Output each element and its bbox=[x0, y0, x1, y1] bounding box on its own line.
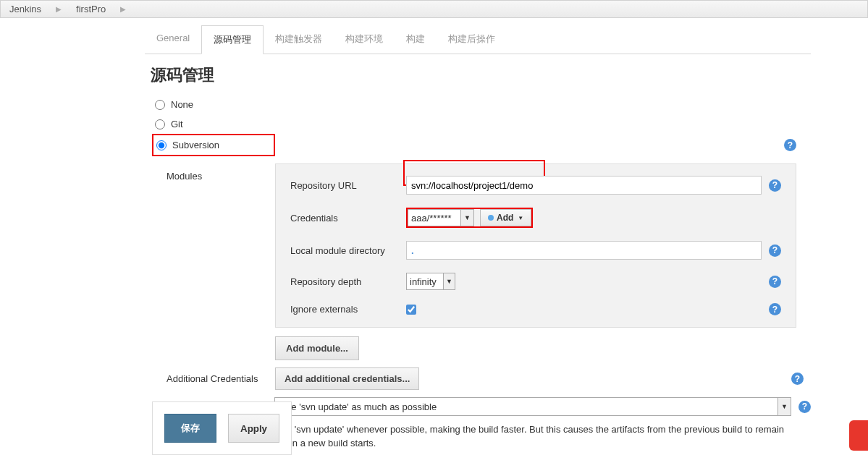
breadcrumb-root[interactable]: Jenkins bbox=[9, 4, 41, 14]
tab-build[interactable]: 构建 bbox=[395, 25, 437, 54]
key-icon bbox=[488, 215, 494, 221]
help-icon[interactable]: ? bbox=[769, 276, 781, 288]
chevron-right-icon: ▶ bbox=[56, 5, 62, 13]
strategy-description: Use 'svn update' whenever possible, maki… bbox=[275, 423, 792, 451]
help-icon[interactable]: ? bbox=[769, 303, 781, 315]
tab-env[interactable]: 构建环境 bbox=[334, 25, 395, 54]
add-additional-credentials-button[interactable]: Add additional credentials... bbox=[275, 367, 419, 390]
chevron-down-icon[interactable]: ▼ bbox=[778, 398, 791, 415]
scm-label-none: None bbox=[171, 99, 193, 110]
depth-value: infinity bbox=[410, 276, 437, 287]
tab-general[interactable]: General bbox=[145, 25, 201, 54]
apply-button[interactable]: Apply bbox=[228, 414, 279, 443]
strategy-value: Use 'svn update' as much as possible bbox=[279, 401, 437, 412]
chevron-down-icon[interactable]: ▼ bbox=[443, 273, 455, 289]
help-icon[interactable]: ? bbox=[784, 139, 796, 151]
ignore-externals-checkbox[interactable] bbox=[406, 305, 416, 315]
chevron-down-icon: ▼ bbox=[518, 215, 523, 221]
section-title: 源码管理 bbox=[151, 64, 811, 86]
modules-header: Modules bbox=[167, 171, 202, 182]
credentials-label: Credentials bbox=[290, 213, 406, 224]
add-module-button[interactable]: Add module... bbox=[275, 336, 359, 360]
scm-label-git: Git bbox=[171, 119, 183, 129]
scm-radio-none[interactable] bbox=[155, 100, 165, 110]
local-dir-input[interactable] bbox=[406, 241, 762, 260]
breadcrumb-project[interactable]: firstPro bbox=[76, 4, 106, 14]
tab-scm[interactable]: 源码管理 bbox=[201, 25, 264, 54]
scm-radio-git[interactable] bbox=[155, 119, 165, 129]
scm-option-none[interactable]: None bbox=[152, 95, 804, 114]
add-credentials-button[interactable]: Add ▼ bbox=[480, 209, 531, 226]
scm-option-git[interactable]: Git bbox=[152, 114, 804, 134]
help-icon[interactable]: ? bbox=[799, 401, 811, 413]
ignore-externals-label: Ignore externals bbox=[290, 304, 406, 315]
save-button[interactable]: 保存 bbox=[164, 414, 216, 443]
local-dir-label: Local module directory bbox=[290, 245, 406, 256]
tab-post[interactable]: 构建后操作 bbox=[437, 25, 507, 54]
chevron-down-icon[interactable]: ▼ bbox=[460, 210, 473, 226]
scm-label-subversion: Subversion bbox=[172, 140, 219, 150]
help-icon[interactable]: ? bbox=[769, 244, 781, 257]
depth-label: Repository depth bbox=[290, 276, 406, 287]
modules-panel: Repository URL ? Credentials aaa/****** … bbox=[275, 163, 796, 328]
buttons-bar: 保存 Apply bbox=[152, 401, 292, 451]
tab-triggers[interactable]: 构建触发器 bbox=[264, 25, 334, 54]
chevron-right-icon: ▶ bbox=[120, 5, 126, 13]
help-icon[interactable]: ? bbox=[769, 179, 781, 192]
additional-credentials-label: Additional Credentials bbox=[167, 373, 275, 384]
credentials-selected: aaa/****** bbox=[411, 213, 452, 224]
scm-option-subversion[interactable]: Subversion bbox=[152, 134, 275, 156]
depth-select[interactable]: infinity ▼ bbox=[406, 273, 455, 290]
breadcrumb: Jenkins ▶ firstPro ▶ bbox=[0, 0, 868, 18]
repo-url-input[interactable] bbox=[406, 176, 762, 195]
repo-url-label: Repository URL bbox=[290, 180, 406, 191]
add-label: Add bbox=[497, 213, 513, 223]
tabs-bar: General 源码管理 构建触发器 构建环境 构建 构建后操作 bbox=[145, 25, 811, 54]
checkout-strategy-select[interactable]: Use 'svn update' as much as possible ▼ bbox=[274, 397, 791, 416]
credentials-select[interactable]: aaa/****** ▼ bbox=[408, 209, 474, 226]
right-edge-widget[interactable] bbox=[849, 420, 868, 451]
help-icon[interactable]: ? bbox=[791, 373, 804, 385]
scm-radio-subversion[interactable] bbox=[156, 140, 167, 150]
